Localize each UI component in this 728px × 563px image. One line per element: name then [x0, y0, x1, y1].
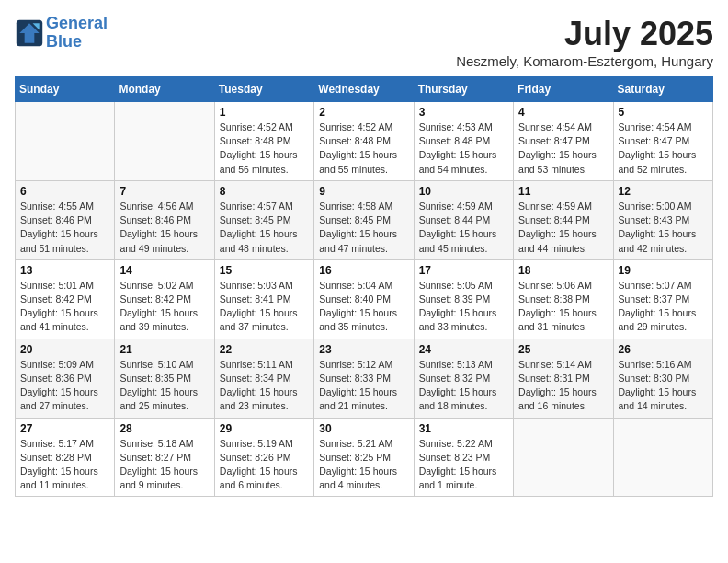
weekday-header: Wednesday: [314, 77, 414, 102]
calendar-week-row: 13Sunrise: 5:01 AM Sunset: 8:42 PM Dayli…: [16, 259, 713, 339]
calendar-cell: 21Sunrise: 5:10 AM Sunset: 8:35 PM Dayli…: [115, 339, 214, 418]
day-info: Sunrise: 4:57 AM Sunset: 8:45 PM Dayligh…: [220, 200, 309, 256]
day-number: 5: [619, 106, 708, 119]
calendar-week-row: 1Sunrise: 4:52 AM Sunset: 8:48 PM Daylig…: [16, 102, 713, 181]
calendar-cell: [514, 418, 613, 497]
day-number: 6: [20, 185, 109, 198]
weekday-header: Saturday: [613, 77, 712, 102]
calendar-cell: 10Sunrise: 4:59 AM Sunset: 8:44 PM Dayli…: [414, 180, 513, 259]
calendar-cell: 20Sunrise: 5:09 AM Sunset: 8:36 PM Dayli…: [16, 339, 115, 418]
calendar-cell: 12Sunrise: 5:00 AM Sunset: 8:43 PM Dayli…: [613, 180, 712, 259]
day-number: 10: [419, 185, 508, 198]
calendar-cell: 7Sunrise: 4:56 AM Sunset: 8:46 PM Daylig…: [115, 180, 214, 259]
calendar-cell: [613, 418, 712, 497]
calendar-table: SundayMondayTuesdayWednesdayThursdayFrid…: [15, 76, 713, 497]
weekday-header: Sunday: [16, 77, 115, 102]
calendar-cell: 5Sunrise: 4:54 AM Sunset: 8:47 PM Daylig…: [613, 102, 712, 181]
day-number: 26: [619, 343, 708, 356]
calendar-cell: 9Sunrise: 4:58 AM Sunset: 8:45 PM Daylig…: [314, 180, 414, 259]
day-number: 1: [220, 106, 309, 119]
day-info: Sunrise: 5:14 AM Sunset: 8:31 PM Dayligh…: [518, 358, 608, 414]
calendar-cell: 2Sunrise: 4:52 AM Sunset: 8:48 PM Daylig…: [314, 102, 414, 181]
weekday-header: Tuesday: [214, 77, 313, 102]
weekday-header: Monday: [115, 77, 214, 102]
title-block: July 2025 Neszmely, Komarom-Esztergom, H…: [456, 15, 713, 69]
calendar-cell: 19Sunrise: 5:07 AM Sunset: 8:37 PM Dayli…: [613, 259, 712, 339]
day-info: Sunrise: 5:07 AM Sunset: 8:37 PM Dayligh…: [619, 279, 708, 335]
day-number: 15: [220, 264, 309, 277]
calendar-cell: 18Sunrise: 5:06 AM Sunset: 8:38 PM Dayli…: [514, 259, 613, 339]
calendar-cell: 26Sunrise: 5:16 AM Sunset: 8:30 PM Dayli…: [613, 339, 712, 418]
calendar-cell: 30Sunrise: 5:21 AM Sunset: 8:25 PM Dayli…: [314, 418, 414, 497]
day-info: Sunrise: 4:56 AM Sunset: 8:46 PM Dayligh…: [119, 200, 209, 256]
day-number: 28: [119, 422, 209, 435]
day-number: 20: [20, 343, 109, 356]
day-info: Sunrise: 5:22 AM Sunset: 8:23 PM Dayligh…: [419, 437, 508, 493]
day-info: Sunrise: 5:09 AM Sunset: 8:36 PM Dayligh…: [20, 358, 109, 414]
calendar-cell: 28Sunrise: 5:18 AM Sunset: 8:27 PM Dayli…: [115, 418, 214, 497]
logo: GeneralBlue: [15, 15, 108, 52]
day-number: 9: [319, 185, 408, 198]
day-info: Sunrise: 5:19 AM Sunset: 8:26 PM Dayligh…: [220, 437, 309, 493]
day-number: 18: [518, 264, 608, 277]
calendar-cell: 27Sunrise: 5:17 AM Sunset: 8:28 PM Dayli…: [16, 418, 115, 497]
day-info: Sunrise: 4:54 AM Sunset: 8:47 PM Dayligh…: [619, 121, 708, 177]
day-number: 22: [220, 343, 309, 356]
day-number: 23: [319, 343, 408, 356]
calendar-cell: 1Sunrise: 4:52 AM Sunset: 8:48 PM Daylig…: [214, 102, 313, 181]
day-info: Sunrise: 5:06 AM Sunset: 8:38 PM Dayligh…: [518, 279, 608, 335]
calendar-cell: 22Sunrise: 5:11 AM Sunset: 8:34 PM Dayli…: [214, 339, 313, 418]
day-info: Sunrise: 5:01 AM Sunset: 8:42 PM Dayligh…: [20, 279, 109, 335]
day-number: 27: [20, 422, 109, 435]
calendar-cell: 11Sunrise: 4:59 AM Sunset: 8:44 PM Dayli…: [514, 180, 613, 259]
day-info: Sunrise: 5:12 AM Sunset: 8:33 PM Dayligh…: [319, 358, 408, 414]
month-title: July 2025: [456, 15, 713, 53]
weekday-header: Thursday: [414, 77, 513, 102]
location-title: Neszmely, Komarom-Esztergom, Hungary: [456, 53, 713, 69]
day-number: 11: [518, 185, 608, 198]
day-info: Sunrise: 4:52 AM Sunset: 8:48 PM Dayligh…: [319, 121, 408, 177]
calendar-cell: 3Sunrise: 4:53 AM Sunset: 8:48 PM Daylig…: [414, 102, 513, 181]
day-info: Sunrise: 5:10 AM Sunset: 8:35 PM Dayligh…: [119, 358, 209, 414]
calendar-cell: 17Sunrise: 5:05 AM Sunset: 8:39 PM Dayli…: [414, 259, 513, 339]
day-info: Sunrise: 5:21 AM Sunset: 8:25 PM Dayligh…: [319, 437, 408, 493]
day-number: 19: [619, 264, 708, 277]
day-info: Sunrise: 4:53 AM Sunset: 8:48 PM Dayligh…: [419, 121, 508, 177]
calendar-cell: 13Sunrise: 5:01 AM Sunset: 8:42 PM Dayli…: [16, 259, 115, 339]
day-number: 13: [20, 264, 109, 277]
day-number: 16: [319, 264, 408, 277]
day-number: 25: [518, 343, 608, 356]
day-number: 31: [419, 422, 508, 435]
calendar-cell: 4Sunrise: 4:54 AM Sunset: 8:47 PM Daylig…: [514, 102, 613, 181]
day-number: 2: [319, 106, 408, 119]
day-number: 8: [220, 185, 309, 198]
calendar-cell: 16Sunrise: 5:04 AM Sunset: 8:40 PM Dayli…: [314, 259, 414, 339]
day-info: Sunrise: 4:59 AM Sunset: 8:44 PM Dayligh…: [419, 200, 508, 256]
day-number: 29: [220, 422, 309, 435]
day-info: Sunrise: 5:18 AM Sunset: 8:27 PM Dayligh…: [119, 437, 209, 493]
calendar-cell: 29Sunrise: 5:19 AM Sunset: 8:26 PM Dayli…: [214, 418, 313, 497]
day-number: 4: [518, 106, 608, 119]
logo-icon: [15, 18, 44, 48]
logo-text: GeneralBlue: [46, 15, 108, 52]
calendar-cell: 25Sunrise: 5:14 AM Sunset: 8:31 PM Dayli…: [514, 339, 613, 418]
calendar-cell: 15Sunrise: 5:03 AM Sunset: 8:41 PM Dayli…: [214, 259, 313, 339]
calendar-cell: [115, 102, 214, 181]
day-info: Sunrise: 5:16 AM Sunset: 8:30 PM Dayligh…: [619, 358, 708, 414]
calendar-cell: 8Sunrise: 4:57 AM Sunset: 8:45 PM Daylig…: [214, 180, 313, 259]
day-info: Sunrise: 4:55 AM Sunset: 8:46 PM Dayligh…: [20, 200, 109, 256]
day-number: 24: [419, 343, 508, 356]
day-info: Sunrise: 5:04 AM Sunset: 8:40 PM Dayligh…: [319, 279, 408, 335]
day-info: Sunrise: 5:03 AM Sunset: 8:41 PM Dayligh…: [220, 279, 309, 335]
calendar-cell: [16, 102, 115, 181]
day-number: 14: [119, 264, 209, 277]
calendar-cell: 14Sunrise: 5:02 AM Sunset: 8:42 PM Dayli…: [115, 259, 214, 339]
calendar-week-row: 27Sunrise: 5:17 AM Sunset: 8:28 PM Dayli…: [16, 418, 713, 497]
day-info: Sunrise: 4:52 AM Sunset: 8:48 PM Dayligh…: [220, 121, 309, 177]
day-info: Sunrise: 5:11 AM Sunset: 8:34 PM Dayligh…: [220, 358, 309, 414]
day-info: Sunrise: 4:59 AM Sunset: 8:44 PM Dayligh…: [518, 200, 608, 256]
page-header: GeneralBlue July 2025 Neszmely, Komarom-…: [15, 15, 713, 69]
day-info: Sunrise: 4:54 AM Sunset: 8:47 PM Dayligh…: [518, 121, 608, 177]
day-number: 12: [619, 185, 708, 198]
day-info: Sunrise: 5:00 AM Sunset: 8:43 PM Dayligh…: [619, 200, 708, 256]
